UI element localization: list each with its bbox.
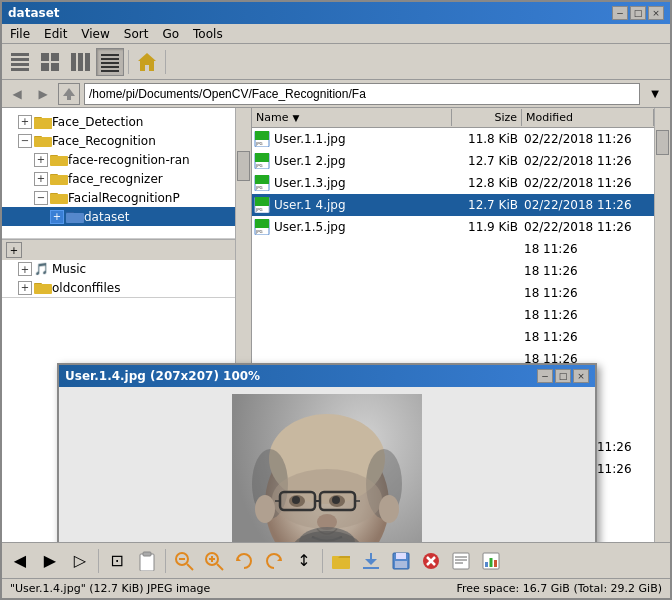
preview-minimize[interactable]: − — [537, 369, 553, 383]
file-name: User.1.1.jpg — [274, 132, 346, 146]
file-modified: 02/22/2018 11:26 — [524, 198, 652, 212]
svg-rect-36 — [255, 131, 269, 140]
svg-rect-82 — [143, 552, 151, 556]
svg-rect-23 — [34, 137, 52, 147]
svg-rect-0 — [11, 53, 29, 56]
toggle-face-recognition[interactable]: − — [18, 134, 32, 148]
file-row[interactable]: JPG User.1.5.jpg 11.9 KiB 02/22/2018 11:… — [252, 216, 654, 238]
col-header-size[interactable]: Size — [452, 109, 522, 126]
back-button[interactable]: ◀ — [6, 83, 28, 105]
svg-rect-10 — [85, 53, 90, 71]
file-row[interactable]: JPG User.1.3.jpg 12.8 KiB 02/22/2018 11:… — [252, 172, 654, 194]
delete-button[interactable] — [417, 547, 445, 575]
toggle-face-recognizer[interactable]: + — [34, 172, 48, 186]
svg-rect-33 — [34, 284, 52, 294]
sidebar-scroll-thumb[interactable] — [237, 151, 250, 181]
window-title: dataset — [8, 6, 60, 20]
svg-rect-11 — [101, 54, 119, 56]
toggle-facial-recognition-p[interactable]: − — [34, 191, 48, 205]
menu-view[interactable]: View — [77, 26, 113, 42]
toolbar-btn-1[interactable] — [36, 48, 64, 76]
toolbar-btn-3[interactable] — [96, 48, 124, 76]
minimize-button[interactable]: − — [612, 6, 628, 20]
toolbar-btn-2[interactable] — [66, 48, 94, 76]
toggle-face-recognition-ran[interactable]: + — [34, 153, 48, 167]
file-row[interactable]: JPG User.1 2.jpg 12.7 KiB 02/22/2018 11:… — [252, 150, 654, 172]
menu-file[interactable]: File — [6, 26, 34, 42]
rotate-cw-button[interactable] — [260, 547, 288, 575]
nav-back-button[interactable]: ◀ — [6, 547, 34, 575]
open-button[interactable] — [327, 547, 355, 575]
address-input[interactable] — [84, 83, 640, 105]
file-row[interactable]: JPG User.1.1.jpg 11.8 KiB 02/22/2018 11:… — [252, 128, 654, 150]
nav-play-button[interactable]: ▷ — [66, 547, 94, 575]
col-header-modified[interactable]: Modified — [522, 109, 654, 126]
sidebar-item-oldconffiles[interactable]: + oldconffiles — [2, 278, 251, 298]
svg-rect-95 — [370, 553, 372, 560]
file-list-scroll-thumb[interactable] — [656, 130, 669, 155]
sidebar-item-face-recognition-ran[interactable]: + face-recognition-ran — [2, 150, 251, 169]
rotate-button[interactable] — [230, 547, 258, 575]
svg-rect-25 — [50, 156, 68, 166]
forward-button[interactable]: ▶ — [32, 83, 54, 105]
toolbar-btn-home[interactable] — [133, 48, 161, 76]
file-name: User.1.5.jpg — [274, 220, 346, 234]
toolbar-sep-2 — [165, 50, 166, 74]
toggle-oldconffiles[interactable]: + — [18, 281, 32, 295]
info-button[interactable] — [447, 547, 475, 575]
fit-button[interactable]: ↕ — [290, 547, 318, 575]
sidebar-item-face-detection[interactable]: + Face_Detection — [2, 112, 251, 131]
menu-go[interactable]: Go — [158, 26, 183, 42]
menu-tools[interactable]: Tools — [189, 26, 227, 42]
menu-sort[interactable]: Sort — [120, 26, 153, 42]
nav-forward-button[interactable]: ▶ — [36, 547, 64, 575]
content-area: + Face_Detection − Face_Recognition — [2, 108, 670, 542]
zoom-in-button[interactable] — [200, 547, 228, 575]
view-toggle-button[interactable]: ⊡ — [103, 547, 131, 575]
svg-marker-16 — [138, 53, 156, 71]
zoom-out-button[interactable] — [170, 547, 198, 575]
sidebar-item-music[interactable]: + 🎵 Music — [2, 260, 251, 278]
sidebar-item-dataset[interactable]: + dataset — [2, 207, 251, 226]
title-bar-buttons: − □ × — [612, 6, 664, 20]
svg-text:JPG: JPG — [255, 141, 263, 146]
file-row-selected[interactable]: JPG User.1 4.jpg 12.7 KiB 02/22/2018 11:… — [252, 194, 654, 216]
sidebar-label-ran: face-recognition-ran — [68, 153, 190, 167]
toolbar-btn-0[interactable] — [6, 48, 34, 76]
toggle-dataset[interactable]: + — [50, 210, 64, 224]
maximize-button[interactable]: □ — [630, 6, 646, 20]
toggle-face-detection[interactable]: + — [18, 115, 32, 129]
toggle-music[interactable]: + — [18, 262, 32, 276]
sort-indicator: ▼ — [292, 113, 299, 123]
file-row[interactable]: 18 11:26 — [252, 260, 654, 282]
close-button[interactable]: × — [648, 6, 664, 20]
sidebar-item-facial-recognition-p[interactable]: − FacialRecognitionP — [2, 188, 251, 207]
up-button[interactable] — [58, 83, 80, 105]
preview-close[interactable]: × — [573, 369, 589, 383]
svg-line-87 — [217, 564, 223, 570]
file-row[interactable]: 18 11:26 — [252, 304, 654, 326]
sidebar-item-face-recognizer[interactable]: + face_recognizer — [2, 169, 251, 188]
sidebar-add-button[interactable]: + — [6, 242, 22, 258]
dropdown-button[interactable]: ▼ — [644, 83, 666, 105]
svg-rect-108 — [485, 562, 488, 567]
preview-image — [232, 394, 422, 542]
music-icon: 🎵 — [34, 262, 49, 276]
sidebar-label-facial: FacialRecognitionP — [68, 191, 180, 205]
download-button[interactable] — [357, 547, 385, 575]
save-button[interactable] — [387, 547, 415, 575]
clipboard-button[interactable] — [133, 547, 161, 575]
svg-line-84 — [187, 564, 193, 570]
preview-maximize[interactable]: □ — [555, 369, 571, 383]
file-name: User.1 4.jpg — [274, 198, 346, 212]
file-row[interactable]: 18 11:26 — [252, 282, 654, 304]
file-modified: 02/22/2018 11:26 — [524, 132, 652, 146]
file-row[interactable]: 18 11:26 — [252, 326, 654, 348]
menu-edit[interactable]: Edit — [40, 26, 71, 42]
sidebar-item-face-recognition[interactable]: − Face_Recognition — [2, 131, 251, 150]
file-row[interactable]: 18 11:26 — [252, 238, 654, 260]
folder-icon-ran — [50, 152, 68, 167]
file-list-scrollbar[interactable] — [654, 108, 670, 542]
chart-button[interactable] — [477, 547, 505, 575]
col-header-name[interactable]: Name ▼ — [252, 109, 452, 126]
